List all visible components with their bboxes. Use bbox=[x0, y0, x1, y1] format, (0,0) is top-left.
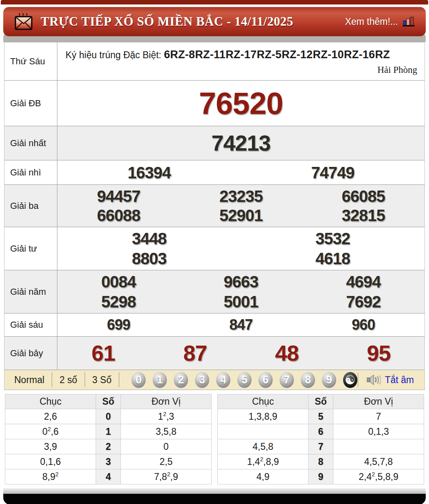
prize-label-ba: Giải ba bbox=[4, 185, 57, 227]
footer-black-bar bbox=[3, 494, 426, 504]
stats-table-left: Chục Số Đơn Vị 2,6012,302,613,5,83,9200,… bbox=[5, 394, 212, 484]
stats-row: 0,1,632,5 bbox=[5, 454, 212, 469]
col-header-so: Số bbox=[309, 394, 333, 409]
stats-header-row: Chục Số Đơn Vị bbox=[218, 394, 424, 409]
prize-row-sau: Giải sáu699847960 bbox=[4, 313, 425, 337]
digit-cell: 9 bbox=[309, 469, 333, 484]
mute-button[interactable]: Tắt âm bbox=[358, 373, 425, 387]
prize-number: 94457 bbox=[57, 187, 180, 205]
digit-stats: Chục Số Đơn Vị 2,6012,302,613,5,83,9200,… bbox=[5, 394, 424, 484]
stats-row: 1,3,8,957 bbox=[218, 409, 424, 424]
prize-number: 4618 bbox=[241, 250, 425, 267]
prize-label-tu: Giải tư bbox=[4, 227, 57, 270]
province-label: Hải Phòng bbox=[377, 63, 417, 77]
prize-label-db: Giải ĐB bbox=[4, 81, 57, 126]
prize-row-ba: Giải ba944572323566085660885290132815 bbox=[4, 185, 425, 227]
yin-yang-ball[interactable]: ☯ bbox=[343, 372, 357, 388]
mode-button-2[interactable]: 2 số bbox=[52, 373, 85, 387]
digit-cell: 8 bbox=[309, 454, 333, 469]
prize-number: 7692 bbox=[302, 293, 425, 311]
col-header-chuc: Chục bbox=[218, 394, 309, 409]
stats-row: 8,9247,82,9 bbox=[5, 469, 212, 484]
prize-row-tu: Giải tư3448353288034618 bbox=[4, 227, 425, 270]
prize-number: 52901 bbox=[180, 206, 302, 224]
mode-button-1[interactable]: Normal bbox=[4, 373, 52, 387]
draw-info-row: Thứ Sáu Ký hiệu trúng Đặc Biệt: 6RZ-8RZ-… bbox=[4, 42, 425, 81]
ball-9[interactable]: 9 bbox=[322, 372, 336, 388]
prize-number: 32815 bbox=[302, 206, 425, 224]
prize-rows: Giải ĐB76520Giải nhất74213Giải nhì163947… bbox=[4, 81, 425, 370]
ball-1[interactable]: 1 bbox=[153, 372, 167, 388]
units-cell: 7,82,9 bbox=[120, 469, 211, 484]
prize-number: 95 bbox=[333, 341, 425, 365]
ball-5[interactable]: 5 bbox=[237, 372, 252, 388]
prize-number: 3532 bbox=[241, 230, 425, 248]
stats-row: 02,613,5,8 bbox=[5, 424, 212, 439]
digit-cell: 7 bbox=[309, 439, 333, 454]
ball-7[interactable]: 7 bbox=[280, 372, 294, 388]
digit-cell: 4 bbox=[96, 469, 121, 484]
stats-row: 60,1,3 bbox=[218, 424, 424, 439]
digit-cell: 6 bbox=[309, 424, 333, 439]
units-cell: 7 bbox=[333, 409, 424, 424]
ball-6[interactable]: 6 bbox=[258, 372, 273, 388]
ball-2[interactable]: 2 bbox=[174, 372, 188, 388]
prize-number: 66088 bbox=[57, 206, 180, 224]
see-more-link[interactable]: Xem thêm!... bbox=[345, 16, 415, 27]
digit-cell: 0 bbox=[96, 409, 121, 424]
prize-number: 3448 bbox=[57, 230, 241, 248]
page-title: TRỰC TIẾP XỔ SỐ MIỀN BẮC - 14/11/2025 bbox=[41, 14, 293, 29]
col-header-chuc: Chục bbox=[5, 394, 96, 409]
prize-number: 76520 bbox=[57, 86, 425, 121]
digit-cell: 1 bbox=[96, 424, 121, 439]
stats-table-right: Chục Số Đơn Vị 1,3,8,95760,1,34,5,871,42… bbox=[217, 394, 424, 484]
tens-cell: 1,3,8,9 bbox=[218, 409, 309, 424]
units-cell bbox=[333, 439, 424, 454]
units-cell: 2,5 bbox=[120, 454, 211, 469]
prize-number: 4694 bbox=[302, 273, 425, 291]
stats-header-row: Chục Số Đơn Vị bbox=[5, 394, 212, 409]
stats-row: 1,42,8,984,5,7,8 bbox=[218, 454, 424, 469]
tens-cell: 02,6 bbox=[5, 424, 96, 439]
stats-row: 4,5,87 bbox=[218, 439, 424, 454]
number-balls: 0123456789☯ bbox=[131, 372, 357, 388]
col-header-donvi: Đơn Vị bbox=[333, 394, 424, 409]
prize-number: 5001 bbox=[180, 293, 302, 311]
prize-row-bay: Giải bảy61874895 bbox=[4, 337, 425, 370]
mode-button-3[interactable]: 3 Số bbox=[85, 373, 119, 387]
prize-number: 87 bbox=[149, 341, 241, 365]
mode-switcher: Normal2 số3 Số bbox=[4, 373, 119, 387]
prize-number: 16394 bbox=[57, 164, 241, 182]
ball-8[interactable]: 8 bbox=[301, 372, 315, 388]
digit-cell: 2 bbox=[96, 439, 121, 454]
units-cell: 4,5,7,8 bbox=[333, 454, 424, 469]
ball-0[interactable]: 0 bbox=[131, 372, 146, 388]
weekday-label: Thứ Sáu bbox=[4, 42, 57, 80]
ball-4[interactable]: 4 bbox=[216, 372, 230, 388]
prize-number: 5298 bbox=[57, 293, 180, 311]
units-cell: 3,5,8 bbox=[120, 424, 211, 439]
prize-number: 9663 bbox=[180, 273, 302, 291]
tens-cell: 0,1,6 bbox=[5, 454, 96, 469]
prize-row-nam: Giải năm008496634694529850017692 bbox=[4, 270, 425, 313]
stats-row: 3,920 bbox=[5, 439, 212, 454]
footer-gray-strip bbox=[3, 488, 426, 494]
tens-cell: 4,5,8 bbox=[218, 439, 309, 454]
prize-number: 74213 bbox=[57, 131, 425, 155]
see-more-label: Xem thêm!... bbox=[345, 16, 398, 27]
bar-chart-icon bbox=[402, 16, 415, 27]
prize-label-bay: Giải bảy bbox=[4, 337, 57, 370]
tens-cell: 8,92 bbox=[5, 469, 96, 484]
prize-number: 960 bbox=[302, 317, 425, 333]
page-header: TRỰC TIẾP XỔ SỐ MIỀN BẮC - 14/11/2025 Xe… bbox=[3, 7, 426, 36]
units-cell: 0,1,3 bbox=[333, 424, 424, 439]
prize-number: 48 bbox=[241, 341, 333, 365]
units-cell: 2,42,5,8,9 bbox=[333, 469, 424, 484]
prize-label-sau: Giải sáu bbox=[4, 313, 57, 336]
symbol-codes: 6RZ-8RZ-11RZ-17RZ-5RZ-12RZ-10RZ-16RZ bbox=[164, 48, 390, 61]
ball-3[interactable]: 3 bbox=[195, 372, 209, 388]
prize-number: 699 bbox=[57, 317, 180, 333]
stats-row: 4,992,42,5,8,9 bbox=[218, 469, 424, 484]
stats-row: 2,6012,3 bbox=[5, 409, 212, 424]
tens-cell: 4,9 bbox=[218, 469, 309, 484]
